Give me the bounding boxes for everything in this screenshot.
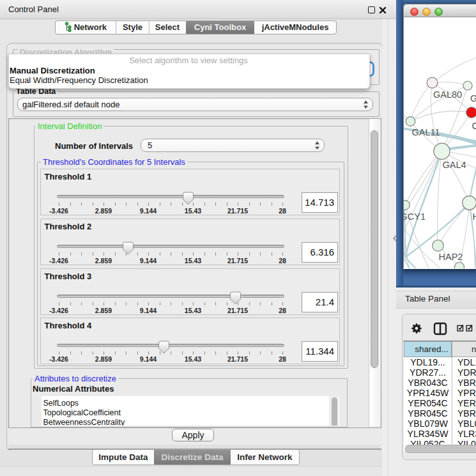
svg-text:GA: GA <box>470 93 476 104</box>
svg-text:HAP2: HAP2 <box>439 252 463 262</box>
svg-text:GAL11: GAL11 <box>412 127 440 137</box>
svg-text:GAL80: GAL80 <box>433 89 462 100</box>
svg-text:HA: HA <box>473 211 476 222</box>
svg-text:GAL4: GAL4 <box>443 160 466 170</box>
svg-text:CD: CD <box>472 121 476 131</box>
svg-text:GCY1: GCY1 <box>404 211 426 222</box>
